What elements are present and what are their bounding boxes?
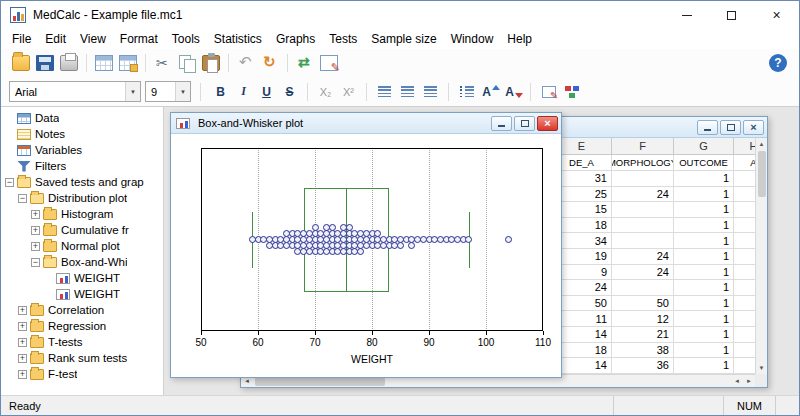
sheet-cell[interactable]: 24 — [612, 249, 674, 265]
tree-item-weight[interactable]: WEIGHT — [1, 270, 163, 286]
sheet-cell[interactable]: 1 — [674, 171, 734, 187]
column-header-h[interactable]: H — [734, 138, 755, 155]
undo-button[interactable] — [234, 52, 258, 75]
tree-item-cumulative-fr[interactable]: +Cumulative fr — [1, 222, 163, 238]
variable-name-f[interactable]: MORPHOLOGY — [612, 155, 674, 171]
sheet-cell[interactable] — [734, 296, 755, 312]
tree-item-data[interactable]: Data — [1, 110, 163, 126]
sheet-cell[interactable] — [612, 233, 674, 249]
sheet-cell[interactable]: 24 — [612, 187, 674, 203]
tree-item-notes[interactable]: Notes — [1, 126, 163, 142]
tree-item-normal-plot[interactable]: +Normal plot — [1, 238, 163, 254]
minimize-button[interactable] — [664, 1, 709, 29]
variable-name-h[interactable]: A — [734, 155, 755, 171]
sheet-cell[interactable] — [734, 358, 755, 374]
sheet-cell[interactable] — [612, 202, 674, 218]
edit-button[interactable] — [317, 52, 341, 75]
font-size-select[interactable]: 9 ▼ — [145, 81, 191, 102]
redo-button[interactable] — [258, 52, 282, 75]
sheet-cell[interactable]: 24 — [612, 265, 674, 281]
scroll-left-icon[interactable]: ◄ — [731, 375, 743, 387]
menu-item-format[interactable]: Format — [113, 29, 165, 49]
paste-button[interactable] — [199, 52, 223, 75]
sheet-cell[interactable]: 21 — [612, 327, 674, 343]
align-right-button[interactable] — [420, 81, 441, 102]
sheet-cell[interactable] — [734, 171, 755, 187]
plot-close-button[interactable]: × — [537, 116, 558, 131]
font-increase-button[interactable]: A — [479, 81, 500, 102]
tree-item-histogram[interactable]: +Histogram — [1, 206, 163, 222]
plot-minimize-button[interactable] — [491, 116, 512, 131]
sheet-cell[interactable]: 1 — [674, 187, 734, 203]
menu-item-tests[interactable]: Tests — [322, 29, 364, 49]
sheet-cell[interactable] — [734, 343, 755, 359]
scroll-down-icon[interactable]: ▼ — [756, 362, 768, 374]
plot-window[interactable]: Box-and-Whisker plot × 5060708090100110W… — [170, 112, 562, 378]
underline-button[interactable]: U — [256, 81, 277, 102]
sheet-vertical-scrollbar[interactable]: ▲ ▼ — [755, 138, 767, 374]
tree-item-variables[interactable]: Variables — [1, 142, 163, 158]
subscript-button[interactable]: X₂ — [315, 81, 336, 102]
menu-item-help[interactable]: Help — [500, 29, 539, 49]
scroll-right-icon[interactable]: ► — [743, 375, 755, 387]
sheet-cell[interactable] — [734, 218, 755, 234]
menu-item-view[interactable]: View — [73, 29, 113, 49]
menu-item-statistics[interactable]: Statistics — [207, 29, 269, 49]
collapse-minus-icon[interactable]: − — [31, 258, 40, 267]
sheet-cell[interactable]: 1 — [674, 327, 734, 343]
expand-plus-icon[interactable]: + — [18, 322, 27, 331]
list-button[interactable] — [456, 81, 477, 102]
sheet-minimize-button[interactable] — [697, 120, 718, 135]
tree-item-t-tests[interactable]: +T-tests — [1, 334, 163, 350]
sheet-cell[interactable]: 1 — [674, 311, 734, 327]
sheet-cell[interactable] — [612, 280, 674, 296]
copy-button[interactable] — [175, 52, 199, 75]
sheet-cell[interactable] — [734, 202, 755, 218]
italic-button[interactable]: I — [233, 81, 254, 102]
variable-name-g[interactable]: OUTCOME — [674, 155, 734, 171]
sheet-cell[interactable]: 1 — [674, 358, 734, 374]
table-button[interactable] — [92, 52, 116, 75]
collapse-minus-icon[interactable]: − — [5, 178, 14, 187]
table-new-button[interactable] — [116, 52, 140, 75]
cell-format-button[interactable] — [538, 81, 559, 102]
title-bar[interactable]: MedCalc - Example file.mc1 × — [1, 1, 799, 29]
column-header-g[interactable]: G — [674, 138, 734, 155]
sheet-cell[interactable] — [734, 327, 755, 343]
expand-plus-icon[interactable]: + — [31, 226, 40, 235]
column-header-f[interactable]: F — [612, 138, 674, 155]
tree-item-weight[interactable]: WEIGHT — [1, 286, 163, 302]
sheet-cell[interactable]: 50 — [612, 296, 674, 312]
close-button[interactable]: × — [754, 1, 799, 29]
menu-item-tools[interactable]: Tools — [165, 29, 207, 49]
sheet-cell[interactable]: 1 — [674, 233, 734, 249]
sheet-cell[interactable]: 38 — [612, 343, 674, 359]
menu-item-edit[interactable]: Edit — [38, 29, 73, 49]
sheet-restore-button[interactable] — [720, 120, 741, 135]
tree-item-correlation[interactable]: +Correlation — [1, 302, 163, 318]
sheet-cell[interactable] — [612, 218, 674, 234]
chevron-down-icon[interactable]: ▼ — [125, 82, 140, 101]
tree-item-f-test[interactable]: +F-test — [1, 366, 163, 382]
menu-item-sample-size[interactable]: Sample size — [364, 29, 443, 49]
scroll-up-icon[interactable]: ▲ — [756, 138, 768, 150]
print-button[interactable] — [57, 52, 81, 75]
sheet-cell[interactable]: 1 — [674, 296, 734, 312]
tree-item-distribution-plot[interactable]: −Distribution plot — [1, 190, 163, 206]
sheet-cell[interactable]: 1 — [674, 343, 734, 359]
sheet-cell[interactable] — [734, 280, 755, 296]
tree-item-box-and-whi[interactable]: −Box-and-Whi — [1, 254, 163, 270]
tree-item-saved-tests-and-grap[interactable]: −Saved tests and grap — [1, 174, 163, 190]
update-button[interactable] — [293, 52, 317, 75]
expand-plus-icon[interactable]: + — [31, 210, 40, 219]
tree-item-regression[interactable]: +Regression — [1, 318, 163, 334]
menu-item-window[interactable]: Window — [444, 29, 501, 49]
sheet-cell[interactable] — [734, 311, 755, 327]
colors-button[interactable] — [561, 81, 582, 102]
sheet-cell[interactable]: 1 — [674, 265, 734, 281]
chevron-down-icon[interactable]: ▼ — [175, 82, 190, 101]
save-button[interactable] — [33, 52, 57, 75]
sheet-cell[interactable]: 1 — [674, 249, 734, 265]
expand-plus-icon[interactable]: + — [18, 338, 27, 347]
expand-plus-icon[interactable]: + — [18, 306, 27, 315]
